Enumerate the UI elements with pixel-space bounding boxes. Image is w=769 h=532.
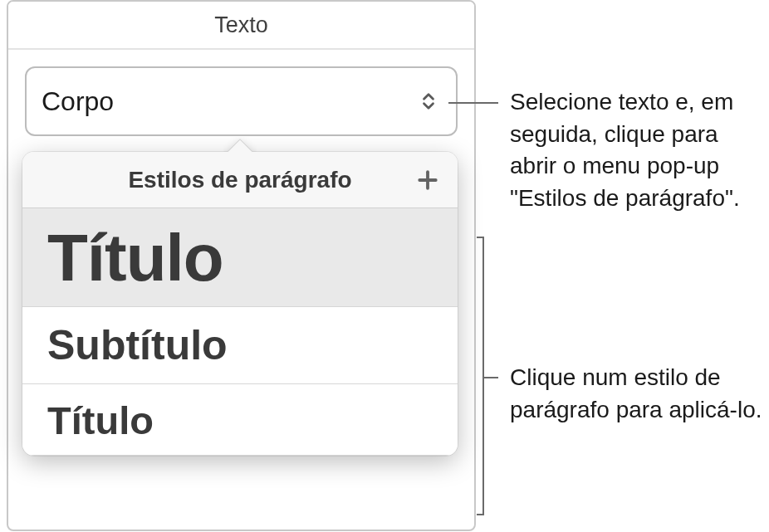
popover-title: Estilos de parágrafo xyxy=(128,167,351,193)
paragraph-styles-popover: Estilos de parágrafo Título Subtítulo Tí… xyxy=(22,152,458,456)
style-item-heading[interactable]: Título xyxy=(22,384,458,456)
paragraph-style-current: Corpo xyxy=(42,86,114,117)
style-item-label: Subtítulo xyxy=(47,322,228,368)
callout-bracket-line xyxy=(484,377,498,378)
callout-leader-line xyxy=(448,102,498,104)
callout-text: Clique num estilo de parágrafo para apli… xyxy=(510,362,767,426)
style-item-label: Título xyxy=(47,221,223,295)
popover-header: Estilos de parágrafo xyxy=(22,152,458,208)
callout-bracket-line xyxy=(477,237,484,238)
popover-arrow-icon xyxy=(223,137,257,154)
style-item-title[interactable]: Título xyxy=(22,208,458,307)
plus-icon xyxy=(417,169,438,191)
chevron-updown-icon xyxy=(419,92,438,110)
callout-bracket-line xyxy=(477,514,484,515)
tab-text-label: Texto xyxy=(214,12,268,38)
tab-text[interactable]: Texto xyxy=(8,2,474,50)
style-item-subtitle[interactable]: Subtítulo xyxy=(22,307,458,384)
style-item-label: Título xyxy=(47,398,154,442)
callout-text: Selecione texto e, em seguida, clique pa… xyxy=(510,86,759,215)
callout-bracket-line xyxy=(482,237,484,515)
paragraph-style-select[interactable]: Corpo xyxy=(25,66,458,136)
add-style-button[interactable] xyxy=(414,167,441,193)
paragraph-style-list: Título Subtítulo Título xyxy=(22,208,458,456)
